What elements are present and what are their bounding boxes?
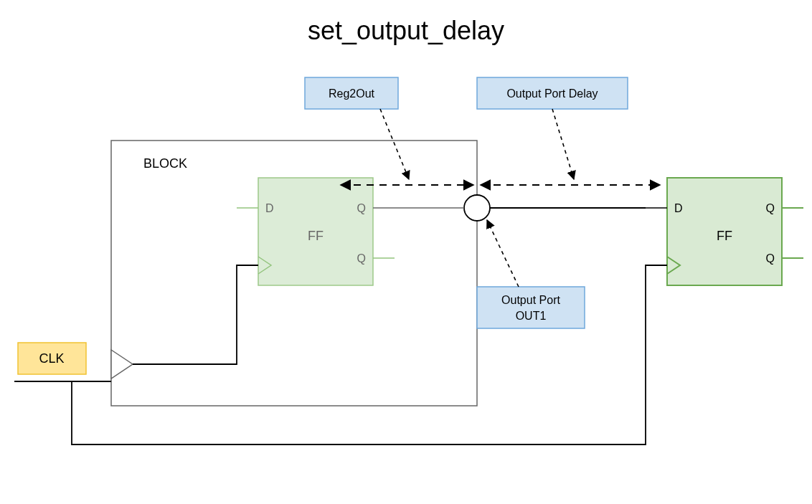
leader-output-port-delay: [552, 109, 574, 179]
ff1-name: FF: [308, 229, 324, 243]
diagram-canvas: set_output_delay BLOCK FF D Q Q FF D Q Q…: [0, 0, 812, 504]
clk-wire-internal: [133, 265, 258, 364]
ff1-d-label: D: [265, 202, 274, 214]
ff1-q2-label: Q: [357, 252, 366, 265]
block-label: BLOCK: [143, 156, 187, 171]
ff2-d-label: D: [674, 202, 683, 214]
leader-reg2out: [380, 109, 409, 179]
leader-output-port-out1: [487, 220, 519, 287]
ff2-q1-label: Q: [766, 202, 775, 214]
output-port-icon: [464, 195, 490, 221]
block-clk-buffer-icon: [111, 350, 133, 379]
diagram-title: set_output_delay: [308, 16, 504, 45]
ff1-q1-label: Q: [357, 202, 366, 214]
output-port-out1-l1: Output Port: [501, 294, 560, 306]
ff2-name: FF: [717, 229, 732, 243]
ff1-box: FF D Q Q: [258, 178, 373, 285]
ff2-q2-label: Q: [766, 252, 775, 265]
output-port-out1-l2: OUT1: [516, 310, 547, 322]
output-port-delay-label: Output Port Delay: [506, 87, 598, 100]
clk-label: CLK: [39, 351, 64, 366]
output-port-out1-box: [477, 287, 585, 328]
reg2out-label: Reg2Out: [329, 87, 375, 100]
ff2-box: FF D Q Q: [667, 178, 782, 285]
